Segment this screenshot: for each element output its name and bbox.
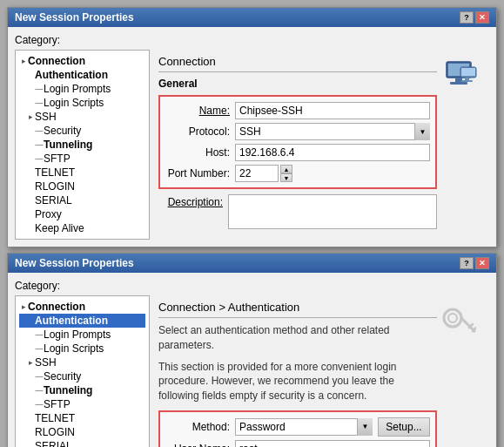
tree1-telnet[interactable]: TELNET [19, 166, 145, 179]
setup-button[interactable]: Setup... [378, 417, 430, 437]
tree1-serial[interactable]: SERIAL [19, 193, 145, 207]
svg-point-9 [448, 314, 457, 322]
network-icon [438, 55, 480, 97]
dialog1-window: New Session Properties ? ✕ Category: ▸ C… [7, 7, 497, 247]
port-up-btn[interactable]: ▲ [280, 165, 292, 173]
protocol-select-wrapper: SSH TELNET RLOGIN SERIAL ▼ [235, 123, 430, 140]
protocol-label: Protocol: [165, 125, 235, 138]
expand-icon: — [35, 126, 44, 135]
dialog2-tree: ▸ Connection Authentication — Login Prom… [15, 295, 150, 447]
dialog1-close-btn[interactable]: ✕ [475, 11, 489, 24]
host-row: Host: [165, 144, 430, 161]
dialog2-desc2: This section is provided for a more conv… [158, 360, 437, 403]
dialog1-tree: ▸ Connection Authentication — Login Prom… [15, 50, 150, 240]
expand-icon: ▸ [19, 57, 28, 65]
tree2-security[interactable]: — Security [19, 369, 145, 383]
tree-label: TELNET [35, 412, 75, 424]
key-icon-area [437, 301, 480, 353]
dialog1-content: ▸ Connection Authentication — Login Prom… [15, 50, 489, 240]
dialog1-category-label: Category: [15, 34, 489, 46]
tree1-login-prompts[interactable]: — Login Prompts [19, 82, 145, 96]
tree2-rlogin[interactable]: RLOGIN [19, 425, 145, 439]
username-row: User Name: [165, 440, 430, 447]
tree1-keepalive[interactable]: Keep Alive [19, 221, 145, 235]
method-label: Method: [165, 421, 235, 433]
tree2-ssh[interactable]: ▸ SSH [19, 356, 145, 369]
tree1-security[interactable]: — Security [19, 124, 145, 138]
tree1-login-scripts[interactable]: — Login Scripts [19, 96, 145, 110]
svg-rect-7 [461, 80, 473, 82]
method-select[interactable]: Password Public Key None [235, 418, 373, 436]
host-label: Host: [165, 146, 235, 159]
port-spinner-btns: ▲ ▼ [280, 165, 292, 182]
protocol-select[interactable]: SSH TELNET RLOGIN SERIAL [235, 123, 430, 140]
tree2-authentication[interactable]: Authentication [19, 314, 145, 328]
dialog1-right-panel: Connection General Name: Protocol: [150, 50, 489, 240]
svg-rect-3 [450, 82, 467, 85]
port-label: Port Number: [165, 167, 235, 179]
expand-icon [26, 196, 35, 205]
description-label: Description: [158, 194, 228, 208]
method-select-wrapper: Password Public Key None ▼ [235, 418, 373, 436]
tree1-ssh[interactable]: ▸ SSH [19, 110, 145, 124]
dialog2-help-btn[interactable]: ? [460, 257, 474, 269]
tree-label: SFTP [44, 152, 71, 165]
tree1-rlogin[interactable]: RLOGIN [19, 179, 145, 193]
tree-label: Connection [28, 301, 85, 313]
tree-label: Login Prompts [44, 328, 111, 341]
dialog1-field-group: Name: Protocol: SSH TELNET RLOGIN [158, 95, 437, 189]
dialog1-titlebar: New Session Properties ? ✕ [8, 8, 496, 27]
expand-icon: — [35, 154, 44, 163]
network-icon-area [437, 55, 480, 97]
expand-icon [26, 414, 35, 423]
tree2-sftp[interactable]: — SFTP [19, 397, 145, 411]
tree1-tunneling[interactable]: — Tunneling [19, 138, 145, 152]
dialog2-titlebar: New Session Properties ? ✕ [8, 254, 496, 273]
tree1-authentication[interactable]: Authentication [19, 68, 145, 82]
dialog1-help-btn[interactable]: ? [460, 11, 474, 24]
svg-rect-2 [455, 78, 462, 82]
tree-label: Proxy [35, 208, 62, 220]
expand-icon: — [35, 98, 44, 107]
tree2-serial[interactable]: SERIAL [19, 439, 145, 447]
port-down-btn[interactable]: ▼ [280, 173, 292, 182]
dialog2-category-label: Category: [15, 280, 489, 292]
tree-label: Login Prompts [44, 83, 111, 95]
tree1-proxy[interactable]: Proxy [19, 207, 145, 221]
expand-icon: — [35, 330, 44, 339]
tree2-login-scripts[interactable]: — Login Scripts [19, 342, 145, 356]
port-spinner: ▲ ▼ [235, 165, 292, 182]
host-input[interactable] [235, 144, 430, 161]
tree2-connection[interactable]: ▸ Connection [19, 300, 145, 314]
dialog2-close-btn[interactable]: ✕ [475, 257, 489, 269]
tree1-sftp[interactable]: — SFTP [19, 152, 145, 166]
description-input[interactable] [228, 194, 437, 229]
port-row: Port Number: ▲ ▼ [165, 165, 430, 182]
expand-icon [26, 210, 35, 219]
expand-icon: — [35, 85, 44, 93]
expand-icon [26, 316, 35, 325]
svg-rect-5 [461, 68, 475, 76]
username-input[interactable] [235, 440, 430, 447]
username-label: User Name: [165, 443, 235, 447]
tree-label: RLOGIN [35, 426, 75, 438]
tree2-tunneling[interactable]: — Tunneling [19, 383, 145, 397]
port-input[interactable] [235, 165, 279, 182]
tree-label: TELNET [35, 166, 75, 179]
name-input[interactable] [235, 102, 430, 119]
tree-label: Authentication [35, 315, 108, 327]
expand-icon: — [35, 140, 44, 149]
tree1-connection[interactable]: ▸ Connection [19, 54, 145, 68]
tree-label: Security [44, 370, 81, 383]
tree-label: Keep Alive [35, 222, 84, 234]
tree-label: Connection [28, 55, 85, 67]
expand-icon [26, 442, 35, 447]
tree2-login-prompts[interactable]: — Login Prompts [19, 328, 145, 342]
dialog2-controls: ? ✕ [460, 257, 489, 269]
name-row: Name: [165, 102, 430, 119]
key-icon [441, 301, 476, 353]
tree2-telnet[interactable]: TELNET [19, 411, 145, 425]
tree-label: RLOGIN [35, 180, 75, 193]
tree-label: SERIAL [35, 194, 72, 207]
expand-icon [26, 182, 35, 191]
